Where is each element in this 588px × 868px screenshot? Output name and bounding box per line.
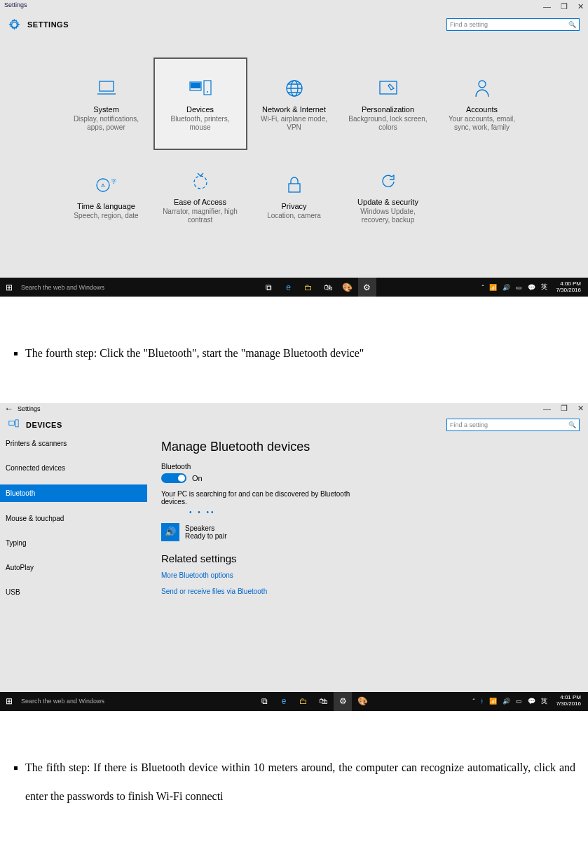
system-tray: ˆ 📶 🔊 ▭ 💬 英 4:00 PM 7/30/2016 [477,281,588,294]
task-view-icon[interactable]: ⧉ [260,278,278,297]
action-center-icon[interactable]: 💬 [528,284,535,291]
settings-header: SETTINGS Find a setting 🔍 [0,13,588,36]
edge-icon[interactable]: e [280,278,298,297]
tile-sub: Your accounts, email, sync, work, family [442,115,522,133]
tile-sub: Wi-Fi, airplane mode, VPN [254,115,334,133]
sidebar-item-autoplay[interactable]: AutoPlay [0,560,147,576]
volume-icon[interactable]: 🔊 [502,698,510,705]
tile-time-language[interactable]: A字 Time & language Speech, region, date [60,150,153,243]
devices-window: ← Settings — ❐ ✕ DEVICES Find a setting … [0,403,588,711]
chevron-up-icon[interactable]: ˆ [481,284,484,291]
main-heading: Manage Bluetooth devices [161,440,574,454]
task-view-icon[interactable]: ⧉ [255,692,273,711]
search-input[interactable]: Find a setting 🔍 [446,419,580,431]
wifi-icon[interactable]: 📶 [489,284,497,291]
store-icon[interactable]: 🛍 [314,692,332,711]
tile-devices[interactable]: Devices Bluetooth, printers, mouse [153,57,247,150]
sidebar-item-mouse[interactable]: Mouse & touchpad [0,510,147,527]
file-explorer-icon[interactable]: 🗀 [294,692,313,711]
action-center-icon[interactable]: 💬 [528,698,535,705]
devices-header: DEVICES Find a setting 🔍 [0,414,588,435]
search-placeholder: Find a setting [450,21,488,28]
link-more-options[interactable]: More Bluetooth options [161,571,574,579]
tile-title: Accounts [466,105,498,114]
page-title: DEVICES [26,421,62,429]
settings-taskbar-icon[interactable]: ⚙ [358,278,376,297]
titlebar: Settings — ❐ ✕ [0,0,588,13]
svg-rect-13 [289,184,300,192]
search-input[interactable]: Find a setting 🔍 [446,18,580,31]
battery-icon[interactable]: ▭ [516,284,522,291]
tile-ease-of-access[interactable]: Ease of Access Narrator, magnifier, high… [153,150,247,243]
taskbar-search[interactable]: Search the web and Windows [18,284,158,291]
svg-point-4 [207,91,208,93]
bluetooth-tray-icon[interactable]: ᚼ [480,698,484,705]
wifi-icon[interactable]: 📶 [489,698,497,705]
clock[interactable]: 4:01 PM 7/30/2016 [553,695,584,707]
document-step-4: The fourth step: Click the "Bluetooth", … [0,297,588,403]
paint-icon[interactable]: 🎨 [353,692,371,711]
window-title: Settings [18,405,41,412]
titlebar: ← Settings — ❐ ✕ [0,403,588,414]
ime-indicator[interactable]: 英 [541,697,547,706]
bluetooth-toggle[interactable]: On [161,473,574,483]
clock[interactable]: 4:00 PM 7/30/2016 [553,281,584,294]
sidebar-item-usb[interactable]: USB [0,584,147,600]
sidebar-item-bluetooth[interactable]: Bluetooth [0,484,147,502]
window-title: Settings [4,1,27,11]
searching-text: Your PC is searching for and can be disc… [161,490,371,506]
tile-personalization[interactable]: Personalization Background, lock screen,… [341,57,435,150]
settings-taskbar-icon[interactable]: ⚙ [334,692,352,711]
toggle-state: On [192,474,203,482]
tile-privacy[interactable]: Privacy Location, camera [247,150,341,243]
back-button[interactable]: ← [4,403,13,414]
sidebar-item-connected[interactable]: Connected devices [0,460,147,476]
device-item[interactable]: 🔊 Speakers Ready to pair [161,523,574,541]
taskbar-search[interactable]: Search the web and Windows [18,698,158,705]
ime-indicator[interactable]: 英 [541,283,547,292]
edge-icon[interactable]: e [275,692,293,711]
start-button[interactable]: ⊞ [0,696,18,706]
step5-text: The fifth step: If there is Bluetooth de… [25,753,575,811]
tile-sub: Background, lock screen, colors [348,115,428,133]
volume-icon[interactable]: 🔊 [502,284,510,291]
person-icon [474,76,491,101]
svg-point-8 [479,81,486,88]
sidebar-item-printers[interactable]: Printers & scanners [0,435,147,452]
svg-rect-0 [100,81,114,91]
maximize-button[interactable]: ❐ [561,404,568,413]
maximize-button[interactable]: ❐ [561,2,568,11]
tile-accounts[interactable]: Accounts Your accounts, email, sync, wor… [435,57,529,150]
svg-rect-14 [9,421,14,426]
globe-icon [285,76,304,101]
taskbar-apps: ⧉ e 🗀 🛍 ⚙ 🎨 [158,692,468,711]
svg-text:A: A [101,182,105,189]
toggle-knob [178,475,185,482]
tile-update-security[interactable]: Update & security Windows Update, recove… [341,150,435,243]
chevron-up-icon[interactable]: ˆ [472,698,474,705]
tile-network[interactable]: Network & Internet Wi-Fi, airplane mode,… [247,57,341,150]
tile-system[interactable]: System Display, notifications, apps, pow… [60,57,153,150]
tile-title: Personalization [362,105,414,114]
tile-sub: Bluetooth, printers, mouse [160,115,240,133]
settings-tiles: System Display, notifications, apps, pow… [0,36,588,278]
devices-icon [8,419,19,430]
related-heading: Related settings [161,552,574,564]
close-button[interactable]: ✕ [577,2,584,11]
minimize-button[interactable]: — [543,2,551,11]
file-explorer-icon[interactable]: 🗀 [299,278,317,297]
search-icon: 🔍 [568,421,576,428]
start-button[interactable]: ⊞ [0,283,18,292]
battery-icon[interactable]: ▭ [516,698,522,705]
update-icon [378,168,398,194]
tile-title: Update & security [357,198,418,206]
sidebar-item-typing[interactable]: Typing [0,535,147,551]
step4-text: The fourth step: Click the "Bluetooth", … [25,339,575,368]
paint-icon[interactable]: 🎨 [339,278,357,297]
store-icon[interactable]: 🛍 [319,278,337,297]
search-icon: 🔍 [568,21,576,28]
close-button[interactable]: ✕ [577,404,584,413]
taskbar-apps: ⧉ e 🗀 🛍 🎨 ⚙ [158,278,477,297]
link-send-receive[interactable]: Send or receive files via Bluetooth [161,588,574,595]
minimize-button[interactable]: — [543,405,551,413]
